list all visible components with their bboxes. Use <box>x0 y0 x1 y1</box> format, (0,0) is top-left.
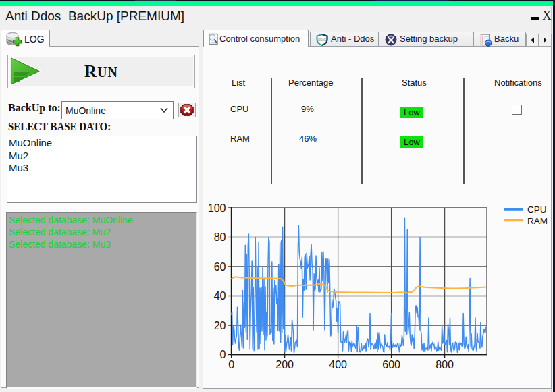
svg-text:400: 400 <box>329 359 347 370</box>
svg-text:200: 200 <box>275 359 294 370</box>
svg-text:RAM: RAM <box>527 216 548 226</box>
svg-text:0: 0 <box>228 359 234 370</box>
svg-text:100: 100 <box>208 202 226 214</box>
svg-text:600: 600 <box>382 359 400 370</box>
svg-text:CPU: CPU <box>527 204 547 215</box>
svg-text:60: 60 <box>214 261 226 273</box>
svg-text:80: 80 <box>214 231 226 243</box>
svg-text:0: 0 <box>220 349 226 360</box>
svg-text:20: 20 <box>214 320 226 331</box>
svg-text:800: 800 <box>435 359 454 370</box>
svg-text:40: 40 <box>214 290 226 302</box>
